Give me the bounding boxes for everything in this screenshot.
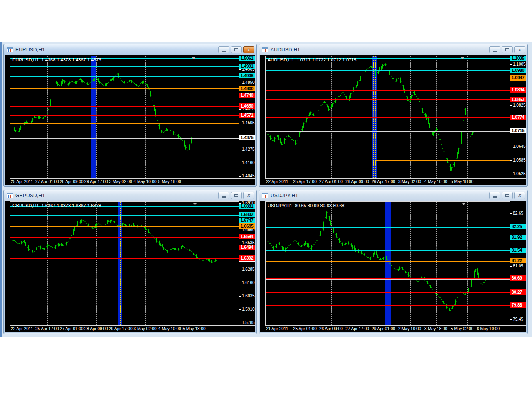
chart-window-icon (7, 193, 13, 198)
date-axis[interactable]: 22 Apr 201125 Apr 17:0027 Apr 01:0028 Ap… (10, 325, 255, 332)
restore-button[interactable] (502, 46, 513, 53)
price-axis[interactable]: 1.49651.48501.46201.45051.42751.41601.40… (239, 56, 255, 179)
window-titlebar[interactable]: AUDUSD,H1 x (259, 44, 527, 55)
price-tag-red: 80.27 (510, 289, 526, 295)
price-tag-red: 1.4571 (239, 113, 255, 118)
date-axis[interactable]: 22 Apr 201125 Apr 17:0027 Apr 01:0028 Ap… (265, 178, 526, 185)
horizontal-level-line (266, 227, 510, 228)
date-axis-label: 25 Apr 17:00 (293, 179, 317, 184)
horizontal-level-line (376, 160, 510, 161)
horizontal-level-line (266, 279, 510, 280)
price-axis-tick: 1.4850 (239, 80, 255, 85)
date-axis-label: 26 Apr 09:00 (319, 326, 343, 331)
price-axis-tick: 1.6160 (239, 280, 255, 285)
chart-window-icon (262, 193, 268, 198)
date-axis-label: 21 Apr 2011 (266, 326, 288, 331)
window-titlebar[interactable]: EURUSD,H1 x (4, 44, 256, 55)
date-axis-label: 25 Apr 17:00 (35, 326, 59, 331)
price-tag-red: 79.88 (510, 302, 526, 308)
price-axis-tick: 1.0525 (510, 172, 526, 177)
close-button[interactable]: x (514, 192, 525, 199)
price-tag-red: 1.0853 (510, 97, 526, 102)
horizontal-level-line (266, 117, 510, 118)
horizontal-level-line (266, 78, 510, 78)
price-axis-tick: 81.05 (510, 264, 526, 269)
price-tag-red: 1.6594 (239, 234, 255, 239)
chart-plot[interactable]: USDJPY,H1 80.65 80.69 80.63 80.68 (265, 201, 510, 326)
horizontal-level-line (10, 260, 239, 260)
horizontal-level-line (10, 138, 239, 139)
minimize-button[interactable] (218, 192, 229, 199)
restore-button[interactable] (502, 192, 513, 199)
date-axis-label: 5 May 18:00 (451, 179, 473, 184)
price-axis[interactable]: 82.6581.0579.4582.2581.9281.5481.2280.69… (510, 201, 526, 326)
chart-window-icon (7, 47, 13, 52)
horizontal-level-line (10, 76, 239, 77)
price-axis-tick: 1.5785 (239, 320, 255, 325)
horizontal-level-line (10, 221, 239, 221)
price-axis-tick: 1.5910 (239, 307, 255, 312)
price-axis[interactable]: 1.69101.66601.65351.62851.61601.60351.59… (239, 201, 255, 326)
restore-button[interactable] (231, 192, 242, 199)
close-button[interactable]: x (243, 192, 254, 199)
horizontal-level-line (10, 226, 239, 227)
ohlc-readout: USDJPY,H1 80.65 80.69 80.63 80.68 (268, 203, 345, 208)
chart-canvas-gbpusd[interactable]: GBPUSD,H1 1.6367 1.6378 1.6367 1.6378 1.… (5, 201, 255, 332)
date-axis-label: 27 Apr 01:00 (319, 179, 343, 184)
horizontal-level-line (266, 250, 510, 251)
chart-canvas-usdjpy[interactable]: USDJPY,H1 80.65 80.69 80.63 80.68 82.658… (260, 201, 526, 332)
price-tag-red: 1.4740 (239, 93, 255, 98)
close-button[interactable]: x (514, 46, 525, 53)
chart-window-usdjpy: USDJPY,H1 x USDJPY,H1 80.65 80.69 80.63 … (259, 190, 528, 334)
minimize-button[interactable] (489, 46, 500, 53)
price-tag-orange: 1.4800 (239, 86, 255, 91)
chart-plot[interactable]: GBPUSD,H1 1.6367 1.6378 1.6367 1.6378 (10, 201, 239, 326)
chart-window-gbpusd: GBPUSD,H1 x GBPUSD,H1 1.6367 1.6378 1.63… (3, 190, 257, 334)
horizontal-level-line (266, 305, 510, 306)
price-tag-orange: 1.0947 (510, 75, 526, 81)
date-axis-label: 3 May 02:00 (109, 179, 132, 184)
date-axis-label: 3 May 02:00 (398, 179, 421, 184)
price-axis-tick: 1.0585 (510, 158, 526, 163)
price-tag-cyan: 1.6802 (239, 212, 255, 217)
date-axis-label: 4 May 10:00 (158, 326, 181, 331)
date-axis[interactable]: 21 Apr 201125 Apr 01:0026 Apr 09:0027 Ap… (265, 325, 526, 332)
chart-window-icon (262, 47, 268, 52)
date-axis-label: 28 Apr 09:00 (345, 179, 369, 184)
down-arrow-marker (193, 203, 197, 205)
price-tag-cyan: 1.4908 (239, 73, 255, 78)
chart-canvas-audusd[interactable]: AUDUSD,H1 1.0717 1.0722 1.0712 1.0715 1.… (260, 55, 526, 185)
restore-button[interactable] (231, 46, 242, 53)
minimize-button[interactable] (218, 46, 229, 53)
price-tag-red: 1.4650 (239, 103, 255, 109)
horizontal-level-line (266, 70, 510, 71)
date-axis[interactable]: 25 Apr 201127 Apr 01:0028 Apr 09:0029 Ap… (10, 178, 255, 185)
close-button[interactable]: x (243, 46, 254, 53)
price-tag-cyan: 1.6747 (239, 218, 255, 223)
price-tag-white: 1.0715 (510, 128, 526, 133)
date-axis-label: 6 May 10:00 (477, 326, 500, 331)
price-tag-red: 1.0774 (510, 115, 526, 120)
price-axis[interactable]: 1.10051.08251.06451.05851.05251.10351.09… (510, 56, 526, 179)
window-titlebar[interactable]: USDJPY,H1 x (259, 190, 527, 201)
horizontal-level-line (10, 66, 239, 67)
price-tag-red: 1.6494 (239, 245, 255, 250)
horizontal-level-line (266, 99, 510, 100)
price-tag-cyan: 82.25 (510, 224, 526, 229)
price-axis-tick: 1.1005 (510, 62, 526, 67)
horizontal-level-line (10, 106, 239, 107)
down-arrow-marker (461, 57, 464, 59)
price-tag-cyan: 1.4991 (239, 64, 255, 69)
window-title: EURUSD,H1 (15, 47, 217, 53)
date-axis-label: 28 Apr 09:00 (84, 326, 108, 331)
date-axis-label: 4 May 10:00 (424, 179, 447, 184)
chart-plot[interactable]: AUDUSD,H1 1.0717 1.0722 1.0712 1.0715 (265, 56, 510, 179)
window-titlebar[interactable]: GBPUSD,H1 x (4, 190, 256, 201)
minimize-button[interactable] (489, 192, 500, 199)
ohlc-readout: AUDUSD,H1 1.0717 1.0722 1.0712 1.0715 (268, 57, 356, 62)
chart-canvas-eurusd[interactable]: EURUSD,H1 1.4368 1.4378 1.4367 1.4373 1.… (5, 55, 255, 185)
date-axis-label: 3 May 18:00 (424, 326, 447, 331)
horizontal-level-line (10, 237, 239, 238)
date-axis-label: 27 Apr 01:00 (35, 179, 59, 184)
chart-plot[interactable]: EURUSD,H1 1.4368 1.4378 1.4367 1.4373 (10, 56, 239, 179)
